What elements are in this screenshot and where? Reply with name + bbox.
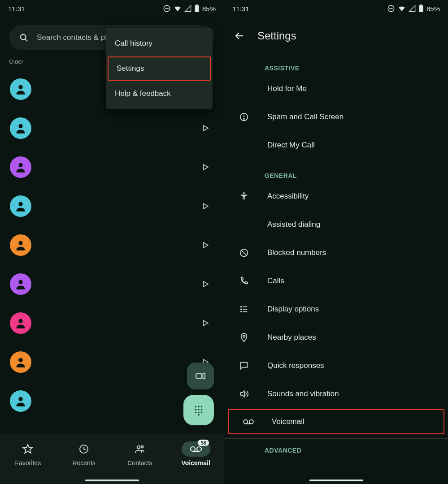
people-icon	[134, 444, 146, 454]
settings-header: Settings	[224, 17, 448, 50]
setting-assisted-dialing[interactable]: Assisted dialing	[224, 210, 448, 238]
setting-display-options[interactable]: Display options	[224, 295, 448, 323]
menu-call-history[interactable]: Call history	[106, 31, 213, 56]
back-arrow-icon[interactable]	[234, 30, 245, 41]
avatar[interactable]	[10, 117, 31, 139]
list-item[interactable]	[0, 225, 224, 264]
avatar[interactable]	[10, 390, 31, 412]
svg-point-54	[241, 309, 242, 310]
nav-favorites[interactable]: Favorites	[3, 441, 52, 467]
nav-voicemail[interactable]: 58 Voicemail	[171, 441, 221, 467]
setting-sounds-vibration[interactable]: Sounds and vibration	[224, 380, 448, 408]
alert-circle-icon	[239, 112, 249, 122]
nav-label: Favorites	[15, 459, 41, 467]
svg-point-21	[18, 397, 22, 401]
menu-settings[interactable]: Settings	[108, 56, 211, 81]
divider	[224, 438, 448, 439]
setting-blocked-numbers[interactable]: Blocked numbers	[224, 238, 448, 267]
setting-accessibility[interactable]: Accessibility	[224, 182, 448, 210]
video-fab[interactable]	[187, 363, 214, 389]
svg-rect-22	[196, 374, 202, 379]
svg-marker-12	[204, 203, 209, 209]
list-item[interactable]	[0, 264, 224, 303]
nav-contacts[interactable]: Contacts	[115, 441, 165, 467]
setting-voicemail[interactable]: Voicemail	[228, 409, 444, 434]
dialpad-fab[interactable]	[183, 395, 214, 425]
list-item[interactable]	[0, 147, 224, 186]
list-item[interactable]	[0, 108, 224, 147]
home-indicator[interactable]	[309, 480, 363, 481]
play-icon[interactable]	[201, 280, 209, 288]
list-icon	[239, 304, 249, 314]
setting-label: Assisted dialing	[267, 220, 320, 229]
setting-label: Calls	[267, 277, 284, 285]
avatar[interactable]	[10, 195, 31, 217]
nav-label: Voicemail	[181, 459, 210, 467]
section-title: ADVANCED	[224, 442, 448, 457]
svg-marker-16	[204, 281, 209, 287]
svg-marker-8	[204, 125, 209, 131]
svg-rect-43	[419, 5, 423, 12]
setting-hold-for-me[interactable]: Hold for Me	[224, 74, 448, 103]
clock-icon	[78, 444, 89, 454]
dialpad-icon	[193, 404, 204, 416]
phone-icon	[239, 276, 249, 286]
setting-quick-responses[interactable]: Quick responses	[224, 351, 448, 380]
list-item[interactable]	[0, 303, 224, 342]
menu-help-feedback[interactable]: Help & feedback	[106, 82, 213, 106]
svg-marker-34	[23, 445, 32, 453]
battery-percent: 85%	[202, 5, 216, 13]
svg-point-15	[18, 280, 22, 284]
wifi-icon	[174, 4, 182, 13]
voicemail-badge: 58	[198, 440, 209, 446]
dnd-icon	[163, 4, 171, 13]
search-icon	[19, 33, 29, 43]
setting-nearby-places[interactable]: Nearby places	[224, 323, 448, 351]
avatar[interactable]	[10, 351, 31, 373]
svg-rect-3	[196, 4, 198, 5]
nav-label: Recents	[72, 459, 95, 467]
svg-point-49	[243, 192, 245, 194]
battery-icon	[418, 4, 424, 13]
setting-label: Direct My Call	[267, 141, 315, 150]
svg-rect-44	[420, 4, 422, 5]
section-title: GENERAL	[224, 168, 448, 182]
page-title: Settings	[257, 30, 296, 42]
svg-point-27	[195, 409, 196, 410]
setting-direct-my-call[interactable]: Direct My Call	[224, 131, 448, 159]
svg-rect-2	[195, 5, 199, 12]
svg-point-52	[241, 306, 242, 307]
avatar[interactable]	[10, 78, 31, 100]
status-bar: 11:31 85%	[224, 0, 448, 17]
avatar[interactable]	[10, 156, 31, 178]
svg-point-38	[191, 447, 195, 451]
home-indicator[interactable]	[85, 480, 139, 481]
play-icon[interactable]	[201, 319, 209, 327]
setting-label: Accessibility	[267, 192, 309, 201]
play-icon[interactable]	[201, 202, 209, 210]
accessibility-icon	[239, 191, 249, 201]
list-item[interactable]	[0, 186, 224, 225]
recents-screen: 11:31 85% Search contacts & pla Call his…	[0, 0, 224, 484]
svg-line-5	[25, 39, 27, 41]
svg-point-24	[195, 406, 196, 407]
svg-point-11	[18, 202, 22, 206]
play-icon[interactable]	[201, 163, 209, 171]
setting-label: Blocked numbers	[267, 248, 326, 257]
video-icon	[195, 370, 206, 382]
nav-recents[interactable]: Recents	[59, 441, 109, 467]
svg-point-58	[243, 335, 245, 337]
svg-point-36	[137, 446, 140, 449]
play-icon[interactable]	[201, 241, 209, 249]
avatar[interactable]	[10, 273, 31, 295]
star-icon	[22, 444, 33, 454]
avatar[interactable]	[10, 234, 31, 256]
avatar[interactable]	[10, 312, 31, 334]
setting-spam-call-screen[interactable]: Spam and Call Screen	[224, 103, 448, 131]
svg-point-13	[18, 241, 22, 245]
svg-marker-18	[204, 320, 209, 326]
wifi-icon	[398, 4, 406, 13]
settings-screen: 11:31 85% Settings ASSISTIVE Hold for Me…	[224, 0, 448, 484]
setting-calls[interactable]: Calls	[224, 267, 448, 295]
play-icon[interactable]	[201, 124, 209, 132]
